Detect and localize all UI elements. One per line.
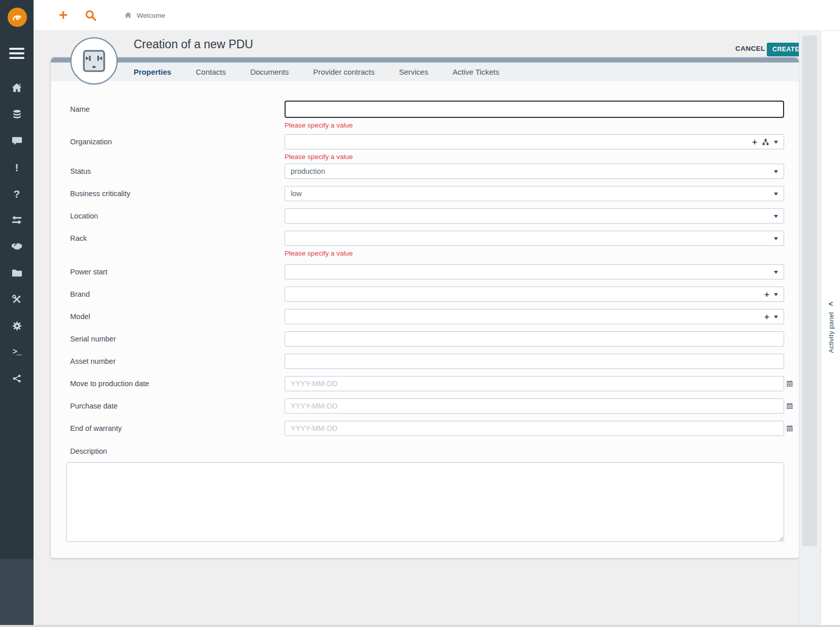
field-row-status: Status production — [51, 164, 799, 179]
field-label-name: Name — [70, 102, 90, 117]
end-of-warranty-date-input[interactable] — [285, 421, 784, 436]
chevron-down-icon — [774, 193, 778, 196]
sidebar-item-documents[interactable] — [0, 265, 34, 280]
chevron-down-icon[interactable] — [774, 293, 778, 296]
field-label-end-of-warranty: End of warranty — [70, 421, 122, 436]
sidebar-item-home[interactable] — [0, 80, 34, 96]
power-start-select[interactable] — [285, 264, 784, 279]
field-row-asset-number: Asset number — [51, 354, 799, 369]
gear-icon — [11, 320, 23, 332]
itop-logo-icon — [10, 10, 25, 25]
tab-provider-contracts[interactable]: Provider contracts — [313, 68, 375, 76]
chevron-down-icon[interactable] — [774, 316, 778, 319]
add-brand-button[interactable]: + — [764, 290, 769, 299]
menu-toggle-button[interactable] — [9, 48, 24, 59]
activity-panel-collapsed: < Activity panel — [821, 31, 840, 625]
field-row-power-start: Power start — [51, 264, 799, 279]
business-criticality-select[interactable]: low — [285, 186, 784, 201]
field-label-purchase-date: Purchase date — [70, 398, 118, 414]
field-label-brand: Brand — [70, 287, 90, 302]
field-label-serial-number: Serial number — [70, 331, 116, 347]
chevron-down-icon[interactable] — [774, 141, 778, 144]
tab-bar: Properties Contacts Documents Provider c… — [51, 62, 799, 81]
calendar-icon[interactable] — [786, 424, 794, 432]
vertical-scrollbar-track[interactable] — [799, 31, 821, 625]
serial-number-input[interactable] — [285, 331, 784, 347]
add-model-button[interactable]: + — [764, 312, 769, 321]
field-label-rack: Rack — [70, 231, 87, 246]
comment-icon — [11, 135, 23, 147]
description-textarea[interactable] — [66, 462, 784, 542]
swap-arrows-icon — [11, 214, 23, 226]
field-label-status: Status — [70, 164, 91, 179]
name-input[interactable] — [285, 101, 784, 118]
calendar-icon[interactable] — [786, 380, 794, 388]
field-row-rack: Rack — [51, 231, 799, 246]
top-header: + Welcome — [34, 0, 840, 31]
rack-error: Please specify a value — [285, 249, 353, 258]
model-select[interactable]: + — [285, 309, 784, 324]
breadcrumb: Welcome — [124, 0, 165, 30]
field-row-location: Location — [51, 208, 799, 224]
field-row-move-to-production-date: Move to production date — [51, 376, 799, 391]
sidebar-bottom-section — [0, 559, 34, 625]
sidebar-item-toolkit[interactable]: >_ — [0, 344, 34, 360]
app-screen: ! ? — [0, 0, 840, 627]
calendar-icon[interactable] — [786, 402, 794, 410]
brand-select[interactable]: + — [285, 287, 784, 302]
sidebar-item-services[interactable] — [0, 239, 34, 254]
field-row-brand: Brand + — [51, 287, 799, 302]
field-row-name: Name — [51, 102, 799, 117]
quick-create-button[interactable]: + — [59, 7, 68, 23]
sidebar-item-discussions[interactable] — [0, 133, 34, 148]
sidebar-menu: ! ? — [0, 80, 34, 386]
field-label-business-criticality: Business criticality — [70, 186, 130, 201]
tab-contacts[interactable]: Contacts — [196, 68, 226, 76]
organization-select[interactable]: + — [285, 134, 784, 149]
cancel-button[interactable]: CANCEL — [735, 45, 765, 52]
tab-documents[interactable]: Documents — [250, 68, 289, 76]
page-title: Creation of a new PDU — [134, 38, 253, 51]
field-row-organization: Organization + — [51, 134, 799, 149]
sidebar: ! ? — [0, 0, 34, 625]
tab-services[interactable]: Services — [399, 68, 428, 76]
activity-panel-expand-button[interactable]: < — [829, 299, 833, 308]
asset-number-input[interactable] — [285, 354, 784, 369]
activity-panel-label[interactable]: Activity panel — [827, 312, 835, 353]
chevron-down-icon — [774, 271, 778, 274]
sidebar-item-changes[interactable] — [0, 212, 34, 228]
card-top-band — [51, 57, 799, 62]
hierarchy-icon[interactable] — [762, 138, 769, 146]
home-icon — [124, 11, 132, 19]
sidebar-item-tools[interactable] — [0, 292, 34, 307]
sidebar-item-helpdesk[interactable]: ? — [0, 186, 34, 201]
location-select[interactable] — [285, 208, 784, 224]
terminal-icon: >_ — [12, 348, 21, 356]
vertical-scrollbar-thumb[interactable] — [802, 36, 817, 546]
status-select[interactable]: production — [285, 164, 784, 179]
field-label-move-to-production-date: Move to production date — [70, 376, 149, 391]
sidebar-item-data-model[interactable] — [0, 371, 34, 386]
purchase-date-input[interactable] — [285, 398, 784, 414]
chevron-down-icon — [774, 237, 778, 240]
breadcrumb-item-welcome[interactable]: Welcome — [137, 12, 165, 19]
status-value: production — [291, 164, 325, 178]
sidebar-item-incidents[interactable]: ! — [0, 160, 34, 175]
tab-properties[interactable]: Properties — [134, 68, 171, 76]
move-to-production-date-input[interactable] — [285, 376, 784, 391]
global-search-button[interactable] — [84, 9, 98, 24]
sidebar-item-configuration[interactable] — [0, 318, 34, 333]
business-criticality-value: low — [291, 186, 302, 201]
add-organization-button[interactable]: + — [752, 138, 757, 146]
field-row-model: Model + — [51, 309, 799, 324]
search-icon — [84, 9, 98, 22]
app-logo[interactable] — [8, 8, 27, 27]
tab-active-tickets[interactable]: Active Tickets — [453, 68, 500, 76]
sidebar-item-cmdb[interactable] — [0, 107, 34, 122]
exclamation-icon: ! — [15, 162, 19, 173]
pdu-class-icon — [70, 37, 118, 85]
field-label-asset-number: Asset number — [70, 354, 115, 369]
field-label-power-start: Power start — [70, 264, 107, 279]
rack-select[interactable] — [285, 231, 784, 246]
field-row-business-criticality: Business criticality low — [51, 186, 799, 201]
